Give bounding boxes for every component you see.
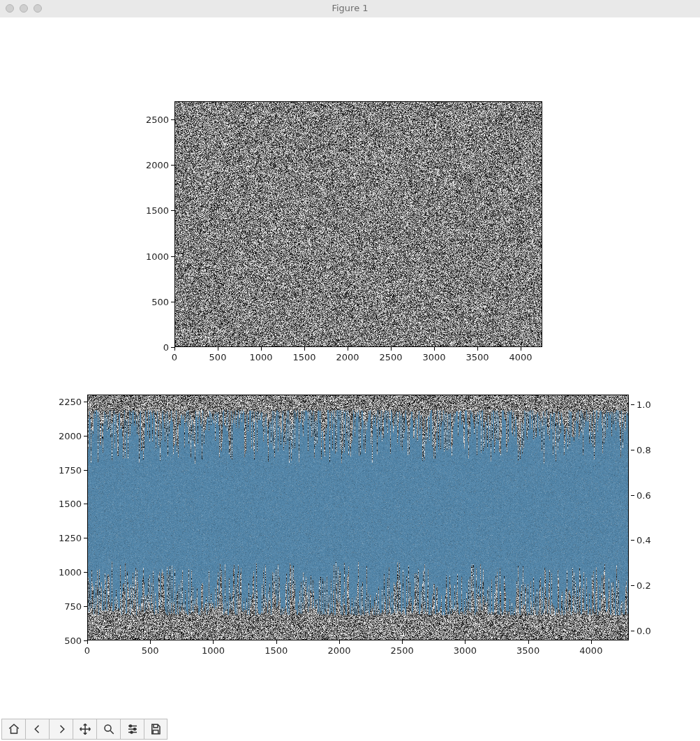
arrow-left-icon <box>31 723 44 735</box>
axes-top-xtick: 3000 <box>422 352 445 362</box>
tick-mark <box>631 585 634 586</box>
axes-top-ytick: 2000 <box>146 160 169 170</box>
figure-canvas: 0500100015002000250030003500400005001000… <box>0 17 700 719</box>
tick-mark <box>84 640 87 641</box>
window-title: Figure 1 <box>0 3 700 13</box>
tick-mark <box>171 256 174 257</box>
tick-mark <box>631 495 634 496</box>
zoom-button[interactable] <box>96 719 120 740</box>
axes-bottom-xtick: 1500 <box>265 645 288 656</box>
tick-mark <box>174 347 175 351</box>
tick-mark <box>631 540 634 541</box>
axes-bottom-xtick: 2500 <box>391 645 414 656</box>
noise-image-bottom <box>88 395 628 640</box>
tick-mark <box>631 631 634 631</box>
tick-mark <box>84 504 87 504</box>
tick-mark <box>276 640 277 644</box>
svg-point-3 <box>131 731 133 733</box>
axes-top-xtick: 0 <box>172 352 177 362</box>
colorbar-tick: 0.0 <box>636 626 651 636</box>
tick-mark <box>391 347 392 351</box>
tick-mark <box>631 450 634 450</box>
tick-mark <box>528 640 529 644</box>
tick-mark <box>218 347 218 351</box>
tick-mark <box>171 302 174 302</box>
axes-top-xtick: 2500 <box>379 352 402 362</box>
tick-mark <box>631 404 634 405</box>
matplotlib-toolbar <box>1 719 167 740</box>
tick-mark <box>465 640 466 644</box>
axes-bottom[interactable] <box>87 395 629 640</box>
tick-mark <box>339 640 340 644</box>
axes-top[interactable] <box>174 101 542 347</box>
svg-point-1 <box>129 725 131 727</box>
tick-mark <box>171 347 174 348</box>
window-titlebar: Figure 1 <box>0 0 700 18</box>
axes-bottom-xtick: 2000 <box>327 645 350 656</box>
axes-top-ytick: 1000 <box>146 251 169 261</box>
colorbar-tick: 0.6 <box>636 490 651 500</box>
home-icon <box>8 723 20 735</box>
axes-bottom-xtick: 1000 <box>202 645 225 656</box>
configure-button[interactable] <box>120 719 144 740</box>
tick-mark <box>304 347 305 351</box>
colorbar-tick: 1.0 <box>636 399 651 410</box>
axes-bottom-ytick: 1000 <box>59 567 82 578</box>
axes-bottom-ytick: 1250 <box>59 533 82 543</box>
tick-mark <box>84 538 87 538</box>
tick-mark <box>171 210 174 211</box>
axes-bottom-ytick: 1500 <box>59 499 82 509</box>
axes-top-ytick: 0 <box>163 342 169 353</box>
zoom-icon <box>103 723 115 735</box>
tick-mark <box>171 165 174 166</box>
axes-bottom-xtick: 3500 <box>516 645 539 656</box>
tick-mark <box>434 347 435 351</box>
noise-image-top <box>175 102 542 346</box>
axes-top-xtick: 2000 <box>336 352 359 362</box>
tick-mark <box>521 347 521 351</box>
forward-button[interactable] <box>49 719 73 740</box>
tick-mark <box>171 119 174 120</box>
arrow-right-icon <box>55 723 68 735</box>
tick-mark <box>348 347 348 351</box>
save-button[interactable] <box>144 719 167 740</box>
axes-top-xtick: 500 <box>209 352 227 362</box>
tick-mark <box>84 470 87 471</box>
colorbar-tick: 0.2 <box>636 580 651 591</box>
axes-bottom-ytick: 1750 <box>59 464 82 475</box>
axes-top-ytick: 1500 <box>146 205 169 216</box>
axes-top-xtick: 1000 <box>249 352 272 362</box>
save-icon <box>149 723 162 735</box>
home-button[interactable] <box>1 719 25 740</box>
tick-mark <box>84 606 87 607</box>
tick-mark <box>477 347 478 351</box>
tick-mark <box>87 640 88 644</box>
tick-mark <box>84 436 87 436</box>
axes-bottom-ytick: 2000 <box>59 430 82 441</box>
axes-bottom-ytick: 2250 <box>59 396 82 406</box>
axes-bottom-xtick: 0 <box>84 645 90 656</box>
axes-bottom-xtick: 500 <box>142 645 159 656</box>
tick-mark <box>84 572 87 573</box>
axes-top-ytick: 500 <box>151 296 169 307</box>
svg-point-0 <box>105 725 111 731</box>
axes-top-ytick: 2500 <box>146 115 169 125</box>
back-button[interactable] <box>25 719 49 740</box>
axes-top-xtick: 3500 <box>466 352 489 362</box>
colorbar-tick: 0.4 <box>636 535 651 545</box>
tick-mark <box>261 347 262 351</box>
axes-bottom-xtick: 3000 <box>454 645 477 656</box>
axes-bottom-ytick: 750 <box>64 601 82 612</box>
axes-bottom-ytick: 500 <box>64 636 82 646</box>
axes-top-xtick: 1500 <box>292 352 315 362</box>
tick-mark <box>150 640 151 644</box>
pan-button[interactable] <box>73 719 96 740</box>
tick-mark <box>84 402 87 402</box>
tick-mark <box>591 640 592 644</box>
tick-mark <box>402 640 403 644</box>
svg-point-2 <box>133 728 135 731</box>
colorbar-tick: 0.8 <box>636 444 651 455</box>
tick-mark <box>213 640 214 644</box>
move-icon <box>79 723 91 735</box>
axes-top-xtick: 4000 <box>509 352 532 362</box>
